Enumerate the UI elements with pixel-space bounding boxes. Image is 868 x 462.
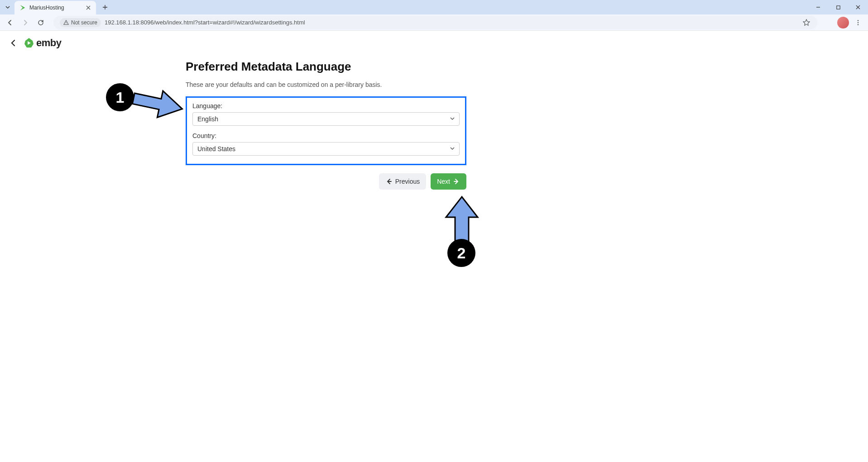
previous-button[interactable]: Previous [379, 173, 426, 190]
window-close-button[interactable] [848, 0, 868, 14]
tab-title: MariusHosting [29, 5, 82, 11]
annotation-step-2-number: 2 [457, 244, 466, 262]
annotation-step-2: 2 [439, 195, 484, 251]
page-content: emby Preferred Metadata Language These a… [0, 31, 868, 462]
tab-bar: MariusHosting [0, 0, 868, 14]
kebab-icon [855, 19, 861, 26]
next-button[interactable]: Next [431, 173, 466, 190]
minimize-icon [815, 5, 821, 10]
svg-point-3 [858, 24, 858, 25]
app-back-button[interactable] [8, 38, 19, 48]
annotation-step-1-number: 1 [116, 89, 125, 106]
window-maximize-button[interactable] [828, 0, 848, 14]
country-label: Country: [192, 132, 460, 139]
browser-tab[interactable]: MariusHosting [14, 1, 96, 14]
close-icon [86, 5, 91, 10]
nav-back-button[interactable] [4, 16, 16, 29]
next-label: Next [437, 178, 450, 185]
arrow-right-icon [22, 19, 29, 26]
window-minimize-button[interactable] [808, 0, 828, 14]
page-header: emby [0, 31, 868, 55]
arrow-left-icon [385, 178, 393, 185]
svg-point-1 [858, 20, 858, 21]
chevron-left-icon [9, 38, 18, 48]
arrow-left-icon [6, 19, 14, 26]
language-label: Language: [192, 102, 460, 110]
previous-label: Previous [395, 178, 420, 185]
reload-icon [37, 19, 44, 26]
country-select[interactable]: United States [192, 142, 460, 156]
address-bar-row: Not secure 192.168.1.18:8096/web/index.h… [0, 14, 868, 31]
emby-logo[interactable]: emby [24, 37, 61, 49]
url-text: 192.168.1.18:8096/web/index.html?start=w… [105, 19, 798, 26]
bookmark-button[interactable] [802, 18, 811, 27]
close-icon [855, 5, 861, 10]
chevron-down-icon [5, 5, 10, 10]
page-title: Preferred Metadata Language [186, 60, 466, 74]
tab-close-button[interactable] [85, 5, 91, 11]
arrow-right-icon [453, 178, 460, 185]
wizard-actions: Previous Next [186, 173, 466, 190]
page-description: These are your defaults and can be custo… [186, 81, 466, 88]
browser-chrome: MariusHosting [0, 0, 868, 31]
browser-menu-button[interactable] [852, 16, 864, 29]
star-icon [803, 19, 810, 26]
annotated-highlight-box: Language: English Country: United States [186, 96, 466, 165]
security-label: Not secure [71, 19, 97, 26]
language-select[interactable]: English [192, 112, 460, 126]
svg-rect-0 [836, 5, 839, 9]
wizard-container: Preferred Metadata Language These are yo… [177, 60, 475, 190]
window-controls [808, 0, 868, 14]
nav-forward-button[interactable] [19, 16, 32, 29]
warning-icon [63, 20, 69, 25]
address-bar[interactable]: Not secure 192.168.1.18:8096/web/index.h… [53, 16, 817, 29]
emby-logo-icon [24, 38, 34, 48]
country-field-group: Country: United States [192, 132, 460, 156]
annotation-step-1: 1 [106, 80, 187, 127]
security-chip[interactable]: Not secure [60, 18, 101, 27]
tab-favicon [19, 4, 26, 11]
emby-logo-text: emby [36, 37, 61, 49]
tab-list-dropdown[interactable] [4, 3, 12, 11]
language-field-group: Language: English [192, 102, 460, 126]
profile-avatar[interactable] [837, 17, 849, 29]
svg-point-2 [858, 22, 858, 23]
new-tab-button[interactable] [99, 1, 111, 14]
plus-icon [102, 5, 108, 10]
nav-reload-button[interactable] [34, 16, 47, 29]
maximize-icon [836, 5, 841, 10]
